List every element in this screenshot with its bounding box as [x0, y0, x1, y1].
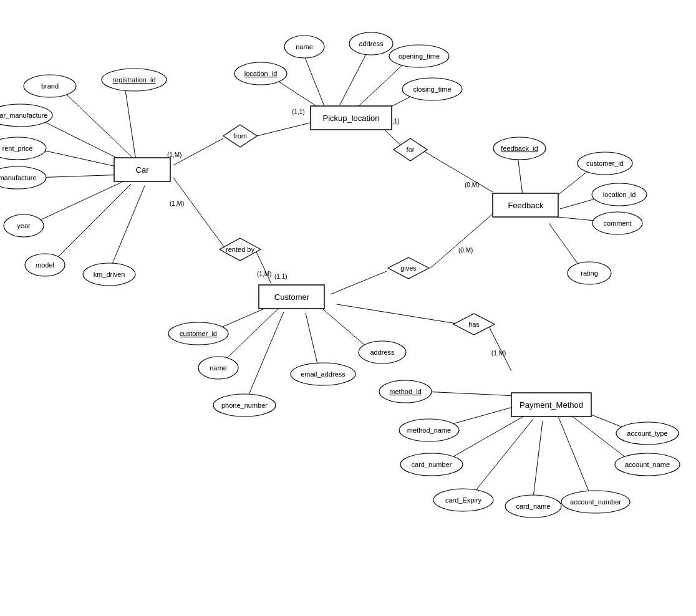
attr-year: year [17, 222, 31, 229]
attr-method-id: method_id [389, 388, 421, 395]
card-car-rentedby: (1,M) [170, 200, 184, 207]
attr-customer-address: address [370, 349, 395, 356]
svg-line-29 [225, 309, 278, 360]
attr-pickup-address: address [359, 40, 384, 47]
attr-email-address: email_address [301, 370, 346, 378]
svg-line-22 [273, 78, 318, 107]
rel-rented-by-label: rented by [226, 246, 254, 253]
svg-line-36 [474, 419, 533, 493]
attr-model: model [36, 261, 54, 269]
attr-feedback-id: feedback_id [501, 145, 538, 152]
svg-line-14 [34, 175, 125, 178]
attr-customer-id: customer_id [180, 330, 217, 337]
svg-line-7 [430, 214, 493, 268]
svg-line-27 [549, 223, 580, 267]
attr-phone-number: phone_number [221, 402, 268, 409]
svg-line-8 [337, 304, 460, 324]
svg-line-18 [304, 56, 324, 106]
svg-line-3 [419, 148, 493, 192]
card-rentedby-customer: (1,M) [257, 271, 271, 277]
rel-has-label: has [468, 320, 480, 328]
svg-line-30 [248, 312, 284, 396]
svg-line-32 [323, 309, 368, 348]
svg-line-5 [256, 251, 271, 284]
svg-line-4 [173, 178, 225, 248]
svg-line-9 [488, 324, 511, 371]
svg-line-12 [37, 118, 128, 163]
svg-line-35 [450, 413, 529, 458]
svg-line-38 [558, 416, 589, 493]
svg-line-11 [125, 86, 136, 161]
attr-card-number: card_number [412, 461, 452, 468]
svg-line-31 [306, 313, 318, 367]
card-gives-feedback: (0,M) [458, 247, 473, 254]
attr-feedback-location-id: location_id [603, 191, 636, 198]
attr-closing-time: closing_time [413, 85, 451, 93]
entity-customer-label: Customer [274, 292, 310, 302]
svg-line-24 [554, 168, 591, 198]
card-for-feedback: (0,M) [465, 181, 479, 188]
attr-customer-name: name [210, 364, 227, 372]
rel-gives-label: gives [400, 264, 417, 272]
entity-car-label: Car [136, 165, 150, 175]
svg-line-23 [518, 156, 523, 195]
attr-method-name: method_name [407, 426, 451, 434]
entity-feedback-label: Feedback [508, 201, 544, 210]
attr-account-number: account_number [570, 498, 621, 506]
svg-line-37 [533, 421, 543, 498]
attr-opening-time: opening_time [399, 52, 440, 60]
attr-card-name: card_name [516, 503, 550, 510]
svg-line-6 [331, 271, 387, 294]
attr-account-name: account_name [625, 461, 670, 468]
rel-for-label: for [407, 146, 415, 153]
er-diagram: (1,M) (1,1) (1,1) (0,M) (1,M) (1,M) (1,1… [0, 0, 696, 616]
svg-line-1 [257, 122, 315, 136]
attr-km-driven: km_driven [94, 271, 125, 278]
svg-line-19 [340, 53, 367, 105]
svg-line-13 [34, 148, 125, 168]
rel-from-label: from [233, 132, 247, 140]
attr-pickup-name: name [296, 43, 313, 51]
entity-payment-label: Payment_Method [520, 400, 583, 410]
attr-rating: rating [581, 269, 598, 277]
attr-comment: comment [603, 219, 631, 227]
attr-card-expiry: card_Expiry [445, 496, 482, 504]
card-from-pickup: (1,1) [292, 108, 305, 115]
svg-line-15 [37, 181, 125, 221]
entity-pickup-label: Pickup_location [322, 113, 379, 123]
attr-registration-id: registration_id [112, 76, 155, 84]
svg-line-10 [65, 94, 136, 161]
attr-manufacture: manufacture [0, 174, 37, 181]
attr-rent-price: rent_price [2, 145, 33, 152]
card-customer-rentedby: (1,1) [274, 273, 288, 280]
svg-line-17 [111, 186, 145, 267]
attr-account-type: account_type [627, 430, 667, 437]
card-has-payment: (1,M) [491, 350, 506, 357]
attr-brand: brand [41, 82, 59, 90]
svg-line-33 [424, 392, 518, 396]
attr-year-manufacture: year_manufacture [0, 112, 47, 119]
attr-pickup-location-id: location_id [244, 70, 278, 77]
attr-feedback-customer-id: customer_id [586, 160, 624, 167]
svg-line-20 [359, 62, 405, 106]
